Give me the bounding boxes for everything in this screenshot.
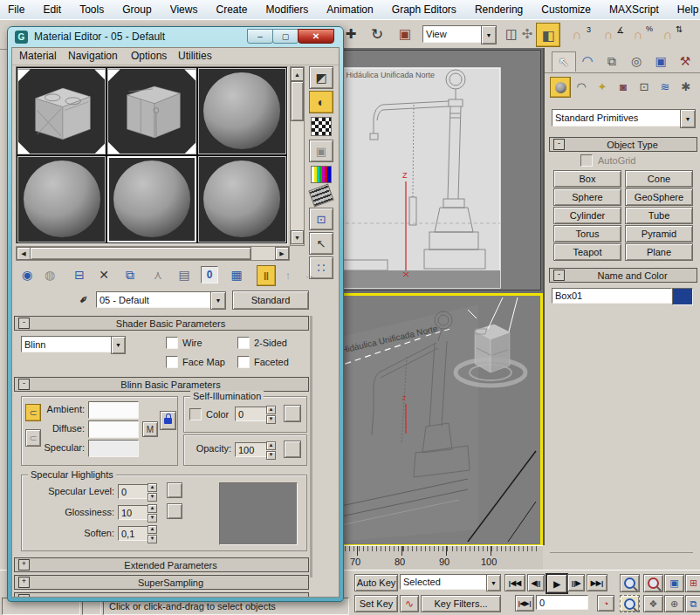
reference-coordinate-arrow[interactable]: ▼: [481, 25, 497, 44]
self-illumination-map-button[interactable]: [284, 405, 301, 422]
snaps-toggle-button[interactable]: ◧: [536, 23, 560, 47]
wire-checkbox[interactable]: [166, 337, 178, 349]
menu-customize[interactable]: Customize: [533, 0, 599, 18]
object-color-swatch[interactable]: [672, 288, 693, 305]
ambient-diffuse-lock-button[interactable]: ⊂: [25, 404, 41, 421]
tab-modify[interactable]: ◠: [576, 51, 599, 71]
lights-category-button[interactable]: ✦: [593, 77, 612, 96]
slots-vertical-scrollbar[interactable]: ▲ ▼: [290, 66, 305, 246]
menu-graph-editors[interactable]: Graph Editors: [384, 0, 464, 18]
tube-button[interactable]: Tube: [625, 207, 693, 224]
selection-set-arrow[interactable]: ▼: [486, 574, 501, 591]
selection-set-dropdown[interactable]: Selected: [400, 574, 492, 590]
box-button[interactable]: Box: [553, 170, 621, 188]
cylinder-button[interactable]: Cylinder: [553, 207, 621, 224]
cone-button[interactable]: Cone: [625, 170, 693, 188]
diffuse-specular-lock-button[interactable]: ⊂: [25, 429, 41, 447]
video-color-check-button[interactable]: [311, 166, 332, 183]
reset-map-button[interactable]: ✕: [94, 265, 113, 284]
timeline-ruler[interactable]: 70 80 90 100: [334, 545, 543, 571]
tab-display[interactable]: ▣: [649, 51, 672, 71]
geometry-category-button[interactable]: [550, 77, 571, 98]
rollout-scroll-strip[interactable]: [310, 316, 312, 577]
tab-utilities[interactable]: ⚒: [674, 51, 697, 71]
put-to-library-button[interactable]: ▤: [175, 265, 194, 284]
key-mode-toggle-button[interactable]: |◀▶|: [515, 595, 534, 612]
menu-tools[interactable]: Tools: [72, 0, 112, 18]
shader-type-arrow[interactable]: ▼: [111, 336, 126, 354]
specular-color-swatch[interactable]: [88, 440, 139, 457]
menu-modifiers[interactable]: Modifiers: [258, 0, 317, 18]
key-filters-button[interactable]: Key Filters...: [421, 595, 501, 612]
menu-navigation[interactable]: Navigation: [68, 50, 118, 62]
teapot-button[interactable]: Teapot: [553, 243, 621, 261]
go-to-end-button[interactable]: ▶▶|: [587, 574, 607, 591]
sample-type-button[interactable]: ◩: [309, 66, 333, 89]
soften-spinner[interactable]: ▲▼: [148, 525, 157, 543]
systems-category-button[interactable]: ✱: [676, 77, 696, 96]
shader-basic-parameters-header[interactable]: - Shader Basic Parameters: [14, 316, 309, 331]
primitive-category-dropdown[interactable]: Standard Primitives: [552, 109, 686, 126]
face-map-checkbox[interactable]: [166, 356, 178, 368]
sphere-button[interactable]: Sphere: [553, 188, 621, 206]
material-id-channel-button[interactable]: 0: [201, 266, 218, 284]
menu-edit[interactable]: Edit: [35, 0, 69, 18]
close-button[interactable]: ✕: [298, 29, 334, 44]
select-scale-button[interactable]: ▣: [395, 24, 415, 44]
material-editor-options-button[interactable]: ⊡: [309, 208, 333, 230]
menu-create[interactable]: Create: [209, 0, 256, 18]
select-manipulate-button[interactable]: ✣: [517, 24, 538, 44]
autogrid-checkbox[interactable]: [580, 154, 593, 167]
zoom-extents-button[interactable]: ▣: [664, 574, 684, 592]
previous-frame-button[interactable]: ◀||: [527, 574, 545, 591]
menu-options[interactable]: Options: [131, 50, 167, 62]
go-to-start-button[interactable]: |◀◀: [504, 574, 525, 591]
helpers-category-button[interactable]: ⊡: [635, 77, 654, 96]
plane-button[interactable]: Plane: [625, 243, 693, 261]
blinn-basic-parameters-header[interactable]: - Blinn Basic Parameters: [14, 377, 309, 392]
maximize-viewport-toggle-button[interactable]: ⧉: [685, 595, 700, 612]
self-illumination-color-checkbox[interactable]: [189, 408, 202, 420]
slots-horizontal-scrollbar[interactable]: ◀ ▶: [16, 246, 290, 261]
select-rotate-button[interactable]: ↻: [367, 24, 388, 44]
get-material-button[interactable]: ◉: [17, 265, 37, 284]
name-color-header[interactable]: - Name and Color: [549, 268, 697, 283]
sample-slot-4[interactable]: [17, 156, 106, 243]
map-lock-button[interactable]: [160, 411, 176, 430]
snap-3d-icon[interactable]: ∩: [566, 25, 588, 43]
show-end-result-button[interactable]: ‖: [257, 265, 276, 286]
zoom-region-button[interactable]: [620, 595, 640, 612]
specular-level-map-button[interactable]: [167, 482, 182, 498]
shapes-category-button[interactable]: ◠: [572, 77, 591, 96]
orbit-button[interactable]: ⊕: [664, 595, 684, 612]
sample-uv-tiling-button[interactable]: ▣: [309, 140, 333, 162]
two-sided-checkbox[interactable]: [237, 337, 250, 349]
viewport-front[interactable]: a Hidáulica Unificada Norte Z: [336, 50, 541, 290]
supersampling-header[interactable]: + SuperSampling: [14, 575, 309, 590]
scroll-right-button[interactable]: ▶: [275, 247, 289, 260]
zoom-extents-all-button[interactable]: ⊞: [685, 574, 700, 592]
maximize-button[interactable]: ▢: [272, 29, 299, 44]
glossiness-map-button[interactable]: [167, 503, 182, 519]
tab-create[interactable]: ↖: [552, 51, 576, 72]
assign-material-to-selection-button[interactable]: ⊟: [70, 265, 89, 284]
self-illumination-spinner[interactable]: ▲▼: [266, 406, 276, 424]
set-key-button[interactable]: Set Key: [354, 595, 398, 612]
next-frame-button[interactable]: ||▶: [567, 574, 585, 591]
menu-rendering[interactable]: Rendering: [467, 0, 531, 18]
zoom-button[interactable]: [620, 574, 640, 592]
scroll-left-button[interactable]: ◀: [17, 247, 31, 260]
material-name-dropdown[interactable]: 05 - Default: [96, 291, 216, 308]
opacity-map-button[interactable]: [284, 441, 301, 458]
background-button[interactable]: [311, 117, 332, 136]
go-forward-to-sibling-button[interactable]: →: [300, 265, 318, 284]
viewport-perspective-active[interactable]: Hidáulica Unificada Norte z: [334, 293, 543, 547]
scroll-up-button[interactable]: ▲: [291, 67, 304, 81]
show-map-in-viewport-button[interactable]: ▦: [227, 265, 246, 284]
cameras-category-button[interactable]: ◙: [614, 77, 633, 96]
pan-view-button[interactable]: ❖: [643, 595, 663, 612]
object-type-header[interactable]: - Object Type: [549, 137, 697, 152]
material-name-arrow[interactable]: ▼: [210, 291, 226, 310]
make-unique-button[interactable]: ⋏: [148, 265, 168, 284]
reference-coordinate-dropdown[interactable]: View: [422, 25, 487, 43]
